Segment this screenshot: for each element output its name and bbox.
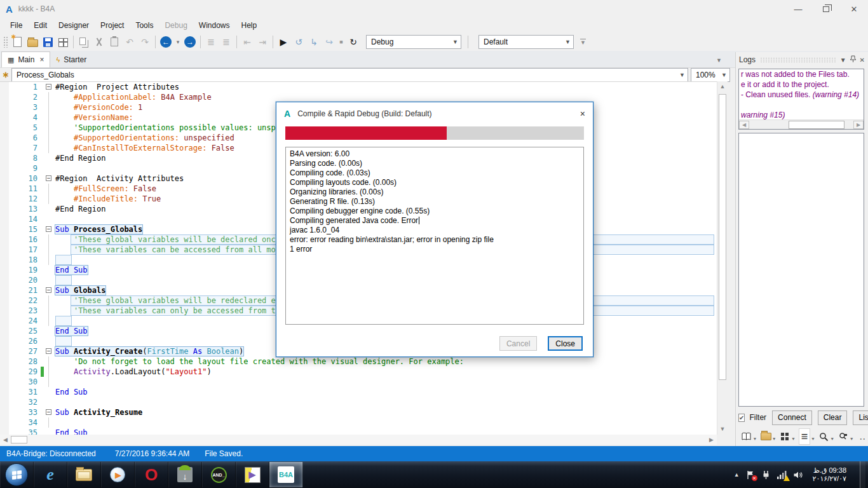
tab-starter[interactable]: ϟStarter <box>50 51 92 67</box>
member-selector[interactable]: Process_Globals ▼ <box>11 68 688 82</box>
menu-tools[interactable]: Tools <box>130 18 159 32</box>
debug-mode-selector[interactable]: Debug▼ <box>366 35 461 49</box>
cancel-button[interactable]: Cancel <box>499 336 537 351</box>
start-button[interactable] <box>0 462 34 487</box>
b4a-taskbar-button[interactable]: B4A <box>269 462 303 487</box>
media-player-icon[interactable]: ▶ <box>101 462 135 487</box>
fold-collapse-icon[interactable]: − <box>46 226 51 232</box>
tab-overflow-icon[interactable]: ▼ <box>716 57 722 64</box>
libraries-manager-icon[interactable] <box>741 428 752 445</box>
navigate-back-icon[interactable]: ← <box>159 35 173 49</box>
indent-icon[interactable]: ⇥ <box>255 35 269 49</box>
stop-icon[interactable]: ■ <box>337 35 345 49</box>
android-tool-icon[interactable]: AND_ <box>202 462 236 487</box>
kmplayer-icon[interactable]: ▶ <box>236 462 269 487</box>
network-signal-icon[interactable] <box>777 470 787 480</box>
filter-checkbox[interactable]: ✔ <box>738 414 745 422</box>
fold-collapse-icon[interactable]: − <box>46 287 51 293</box>
tray-clock[interactable]: 09:38 ق.ظ ۲۰۱۶/۲۷/۰۷ <box>809 466 850 483</box>
code-line[interactable]: 34 <box>0 417 717 428</box>
close-button[interactable]: Close <box>548 336 583 351</box>
tab-close-icon[interactable]: × <box>39 55 44 64</box>
menu-file[interactable]: File <box>4 18 28 32</box>
apk-installer-icon[interactable]: ↓ <box>168 462 202 487</box>
scrollbar-thumb[interactable] <box>719 94 726 380</box>
code-line[interactable]: 35End Sub <box>0 428 717 435</box>
power-plug-icon[interactable] <box>761 470 771 480</box>
logs-horizontal-scrollbar[interactable]: ◀ ▶ <box>739 119 864 129</box>
open-project-icon[interactable] <box>25 35 39 49</box>
scroll-left-icon[interactable]: ◀ <box>0 437 11 443</box>
windows-explorer-icon[interactable] <box>67 462 101 487</box>
code-line[interactable]: 29 Activity.LoadLayout("Layout1") <box>0 367 717 377</box>
comment-icon[interactable]: ≣ <box>204 35 218 49</box>
run-icon[interactable]: ▶ <box>276 35 290 49</box>
scroll-left-icon[interactable]: ◀ <box>739 121 749 129</box>
resume-icon[interactable]: ↺ <box>292 35 306 49</box>
step-into-icon[interactable]: ↳ <box>307 35 321 49</box>
close-button[interactable]: ✕ <box>840 0 868 18</box>
tool-dropdown-icon[interactable]: ▼ <box>791 437 796 441</box>
code-line[interactable]: 28 'Do not forget to load the layout fil… <box>0 356 717 367</box>
tool-dropdown-icon[interactable]: ▼ <box>830 437 834 441</box>
quick-search-icon[interactable] <box>837 428 848 445</box>
fold-collapse-icon[interactable]: − <box>46 348 51 354</box>
show-desktop-button[interactable] <box>860 461 865 488</box>
toolbar-overflow-icon[interactable]: ▼ <box>580 39 586 45</box>
navigate-forward-icon[interactable]: → <box>183 35 197 49</box>
menu-project[interactable]: Project <box>95 18 130 32</box>
restart-icon[interactable]: ↻ <box>346 35 360 49</box>
outdent-icon[interactable]: ⇤ <box>240 35 254 49</box>
code-line[interactable]: 2 #ApplicationLabel: B4A Example <box>0 92 717 102</box>
minimize-button[interactable]: — <box>784 0 812 18</box>
hidden-icons-icon[interactable]: ▲ <box>734 471 740 478</box>
tool-dropdown-icon[interactable]: ▼ <box>752 437 757 441</box>
new-project-icon[interactable] <box>10 35 24 49</box>
modules-icon[interactable] <box>780 428 790 445</box>
scroll-right-icon[interactable]: ▶ <box>706 437 717 443</box>
code-line[interactable]: 1−#Region Project Attributes <box>0 82 717 92</box>
menu-edit[interactable]: Edit <box>28 18 53 32</box>
scroll-up-icon[interactable]: ▲ <box>717 81 728 92</box>
navigate-back-dropdown[interactable]: ▾ <box>174 35 182 49</box>
list-items-button[interactable]: List I <box>853 410 868 425</box>
volume-icon[interactable] <box>793 470 803 480</box>
close-panel-icon[interactable]: ✕ <box>860 57 865 64</box>
tool-dropdown-icon[interactable]: ▼ <box>772 437 776 441</box>
scroll-right-icon[interactable]: ▶ <box>853 121 864 129</box>
scroll-down-icon[interactable]: ▼ <box>717 424 728 435</box>
tool-dropdown-icon[interactable]: ▼ <box>811 437 815 441</box>
dialog-close-icon[interactable]: × <box>580 109 585 119</box>
undo-icon[interactable]: ↶ <box>123 35 137 49</box>
pin-icon[interactable] <box>850 55 857 64</box>
menu-windows[interactable]: Windows <box>193 18 236 32</box>
scrollbar-thumb[interactable] <box>11 436 27 444</box>
uncomment-icon[interactable]: ≣ <box>219 35 233 49</box>
find-all-references-icon[interactable] <box>818 428 829 445</box>
tool-dropdown-icon[interactable]: ▼ <box>850 437 854 441</box>
panel-overflow-icon[interactable]: ‥ <box>857 428 868 445</box>
fold-collapse-icon[interactable]: − <box>46 175 51 181</box>
save-icon[interactable] <box>41 35 55 49</box>
redo-icon[interactable]: ↷ <box>138 35 152 49</box>
paste-icon[interactable] <box>107 35 121 49</box>
code-line[interactable]: 31End Sub <box>0 387 717 397</box>
restore-button[interactable] <box>812 0 840 18</box>
clear-button[interactable]: Clear <box>818 410 848 425</box>
opera-icon[interactable]: O <box>135 462 168 487</box>
menu-help[interactable]: Help <box>236 18 263 32</box>
export-package-icon[interactable] <box>56 35 70 49</box>
step-over-icon[interactable]: ↪ <box>322 35 336 49</box>
code-line[interactable]: 33−Sub Activity_Resume <box>0 407 717 417</box>
compile-log[interactable]: B4A version: 6.00Parsing code. (0.00s)Co… <box>285 147 584 325</box>
connect-button[interactable]: Connect <box>772 410 812 425</box>
logs-icon[interactable]: ≡ <box>799 428 810 445</box>
internet-explorer-icon[interactable]: e <box>34 462 67 487</box>
menu-debug[interactable]: Debug <box>159 18 193 32</box>
action-center-flag-icon[interactable]: ✕ <box>745 470 756 480</box>
code-line[interactable]: 30 <box>0 377 717 387</box>
files-manager-icon[interactable] <box>760 428 771 445</box>
fold-collapse-icon[interactable]: − <box>46 84 51 90</box>
build-configuration-selector[interactable]: Default▼ <box>478 35 574 49</box>
copy-icon[interactable] <box>77 35 91 49</box>
